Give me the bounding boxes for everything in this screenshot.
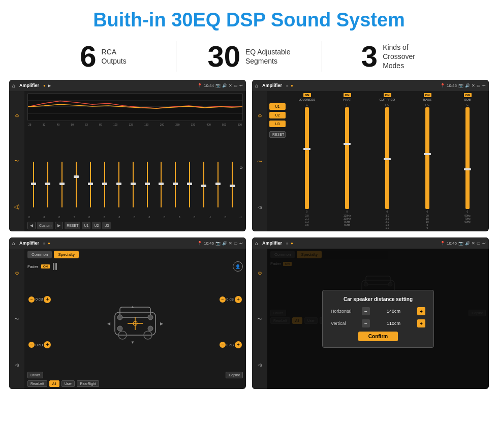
- preset-u1-button[interactable]: U1: [269, 103, 286, 110]
- dialog-horizontal-minus[interactable]: −: [362, 307, 370, 315]
- location-icon: 📍: [197, 83, 202, 88]
- fader-user-button[interactable]: User: [61, 380, 75, 387]
- crossover-home-icon[interactable]: ⌂: [255, 83, 258, 88]
- dialog-confirm-button[interactable]: Confirm: [358, 332, 398, 341]
- eq-slider-10[interactable]: [155, 162, 168, 207]
- eq-slider-8[interactable]: [127, 162, 139, 207]
- distance-home-icon[interactable]: ⌂: [255, 241, 258, 246]
- svg-point-8: [148, 315, 153, 320]
- crossover-speaker-icon[interactable]: ◁): [258, 205, 262, 210]
- eq-slider-5[interactable]: [84, 162, 97, 207]
- eq-reset-button[interactable]: RESET: [65, 222, 80, 229]
- eq-slider-7[interactable]: [112, 162, 125, 207]
- fader-label-row: Fader ON 👤: [27, 261, 243, 272]
- eq-tune-icon[interactable]: ⚙: [15, 113, 19, 118]
- fader-right-bot-plus[interactable]: +: [235, 341, 242, 348]
- eq-u2-button[interactable]: U2: [92, 222, 101, 229]
- crossover-content: ⚙ 〜 ◁) U1 U2 U3 RESET ON: [252, 91, 489, 231]
- eq-speaker-icon[interactable]: ◁): [14, 204, 19, 210]
- distance-tune-icon[interactable]: ⚙: [258, 271, 262, 276]
- distance-wave-icon[interactable]: 〜: [257, 316, 262, 323]
- eq-u1-button[interactable]: U1: [82, 222, 90, 229]
- distance-speaker-icon[interactable]: ◁): [258, 363, 262, 367]
- phat-on[interactable]: ON: [344, 93, 351, 97]
- eq-slider-3[interactable]: [56, 162, 69, 207]
- crossover-camera-icon: 📷: [458, 83, 463, 88]
- fader-rearleft-button[interactable]: RearLeft: [27, 380, 47, 387]
- fader-all-button[interactable]: All: [49, 380, 59, 387]
- loudness-on[interactable]: ON: [303, 93, 311, 97]
- preset-u3-button[interactable]: U3: [269, 121, 286, 127]
- distance-back-icon[interactable]: ↩: [482, 241, 486, 246]
- fader-tab-specialty[interactable]: Specialty: [54, 251, 78, 258]
- fader-left-top-plus[interactable]: +: [44, 296, 51, 303]
- fader-dot2-icon: ●: [48, 241, 50, 246]
- fader-back-icon[interactable]: ↩: [239, 241, 243, 246]
- distance-vol-icon: 🔊: [465, 241, 470, 246]
- fader-home-icon[interactable]: ⌂: [12, 241, 15, 246]
- distance-dot2-icon: ●: [291, 241, 293, 246]
- fader-label: Fader: [27, 264, 38, 269]
- eq-custom-button[interactable]: Custom: [37, 222, 53, 229]
- home-icon[interactable]: ⌂: [12, 83, 15, 88]
- fader-right-bot-minus[interactable]: −: [220, 342, 226, 348]
- eq-prev-button[interactable]: ◀: [27, 222, 36, 229]
- screen-icon: ▭: [234, 83, 238, 88]
- fader-x-icon: ✕: [229, 241, 232, 246]
- eq-slider-12[interactable]: [183, 162, 196, 207]
- stat-rca-label: RCAOutputs: [102, 47, 127, 66]
- crossover-tune-icon[interactable]: ⚙: [258, 113, 262, 118]
- eq-slider-4[interactable]: [70, 162, 83, 207]
- eq-slider-9[interactable]: [141, 162, 153, 207]
- distance-x-icon: ✕: [472, 241, 475, 246]
- distance-title-label: Amplifier: [262, 241, 282, 246]
- eq-expand-icon[interactable]: »: [240, 165, 243, 170]
- eq-slider-15[interactable]: [226, 162, 238, 207]
- eq-slider-6[interactable]: [98, 162, 111, 207]
- fader-camera-icon: 📷: [215, 241, 221, 246]
- fader-tab-common[interactable]: Common: [27, 251, 52, 258]
- fader-right-top-minus[interactable]: −: [220, 296, 226, 303]
- fader-wave-icon[interactable]: 〜: [14, 316, 19, 323]
- sub-label: SUB: [464, 98, 471, 101]
- fader-left-top-minus[interactable]: −: [28, 296, 35, 303]
- dialog-horizontal-plus[interactable]: +: [417, 307, 425, 315]
- volume-icon: 🔊: [222, 83, 227, 88]
- sub-col: ON SUB: [448, 93, 487, 101]
- eq-wave-icon[interactable]: 〜: [14, 158, 19, 165]
- eq-slider-1[interactable]: [27, 162, 40, 207]
- fader-left-bot-plus[interactable]: +: [44, 341, 51, 348]
- bass-on[interactable]: ON: [424, 93, 431, 97]
- dialog-vertical-minus[interactable]: −: [362, 319, 370, 327]
- crossover-reset-button[interactable]: RESET: [269, 131, 286, 138]
- fader-left-bot-minus[interactable]: −: [28, 342, 35, 348]
- eq-play-icon: ▶: [48, 83, 51, 88]
- eq-slider-11[interactable]: [169, 162, 182, 207]
- cutfreq-on[interactable]: ON: [384, 93, 391, 97]
- crossover-wave-icon[interactable]: 〜: [257, 158, 262, 165]
- eq-next-button[interactable]: ▶: [55, 222, 63, 229]
- eq-slider-14[interactable]: [212, 162, 225, 207]
- fader-location-icon: 📍: [197, 241, 202, 246]
- crossover-screen-card: ⌂ Amplifier ■ ● 📍 10:45 📷 🔊 ✕ ▭ ↩ ⚙ 〜 ◁): [252, 80, 489, 231]
- stat-rca: 6 RCAOutputs: [30, 42, 176, 71]
- sub-on[interactable]: ON: [464, 93, 472, 97]
- fader-driver-button[interactable]: Driver: [27, 372, 43, 378]
- distance-topbar: ⌂ Amplifier ■ ● 📍 10:46 📷 🔊 ✕ ▭ ↩: [252, 237, 489, 249]
- fader-copilot-button[interactable]: Copilot: [226, 372, 243, 378]
- eq-slider-2[interactable]: [42, 162, 54, 207]
- fader-speaker-icon[interactable]: ◁): [15, 363, 19, 367]
- fader-right-top-plus[interactable]: +: [235, 296, 242, 303]
- back-icon[interactable]: ↩: [239, 83, 243, 88]
- fader-tune-icon[interactable]: ⚙: [15, 271, 19, 276]
- eq-u3-button[interactable]: U3: [102, 222, 111, 229]
- dialog-title: Car speaker distance setting: [331, 296, 425, 302]
- fader-rearright-button[interactable]: RearRight: [77, 380, 99, 387]
- dialog-vertical-plus[interactable]: +: [417, 319, 425, 327]
- fader-on-badge[interactable]: ON: [41, 264, 50, 268]
- eq-slider-13[interactable]: [198, 162, 210, 207]
- bass-label: BASS: [423, 98, 431, 101]
- preset-u2-button[interactable]: U2: [269, 112, 286, 118]
- crossover-back-icon[interactable]: ↩: [482, 83, 486, 88]
- cutfreq-col: ON CUT FREQ: [368, 93, 407, 101]
